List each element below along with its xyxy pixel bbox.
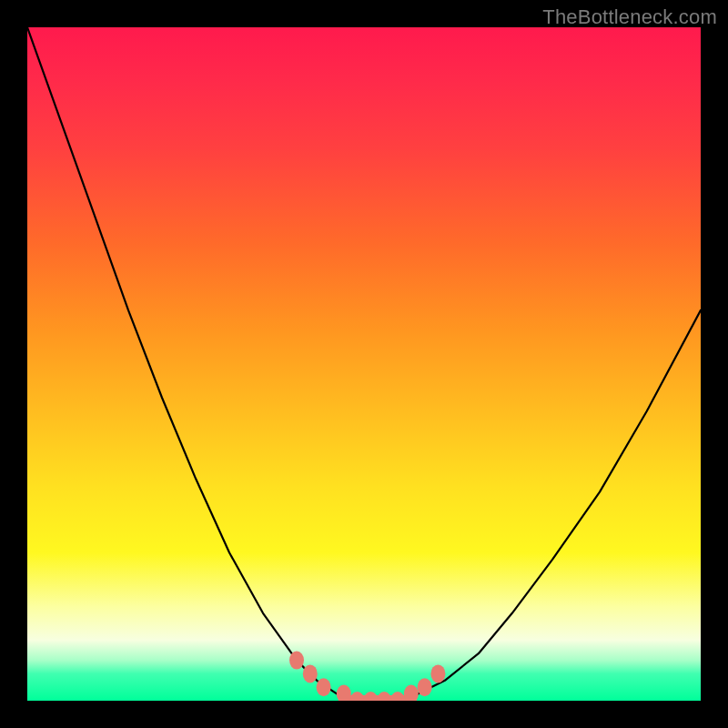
trough-marker xyxy=(363,692,378,701)
trough-marker xyxy=(303,664,318,682)
trough-marker xyxy=(418,678,432,696)
watermark-text: TheBottleneck.com xyxy=(542,5,717,29)
chart-frame: TheBottleneck.com xyxy=(0,0,728,728)
trough-marker xyxy=(390,692,405,701)
trough-marker xyxy=(289,652,304,670)
trough-marker xyxy=(377,692,391,701)
trough-marker xyxy=(337,685,351,701)
trough-marker xyxy=(350,692,365,701)
trough-marker xyxy=(430,664,445,682)
plot-area xyxy=(27,27,701,701)
bottleneck-curve xyxy=(27,27,701,701)
trough-marker xyxy=(317,678,331,696)
trough-marker xyxy=(404,685,419,701)
